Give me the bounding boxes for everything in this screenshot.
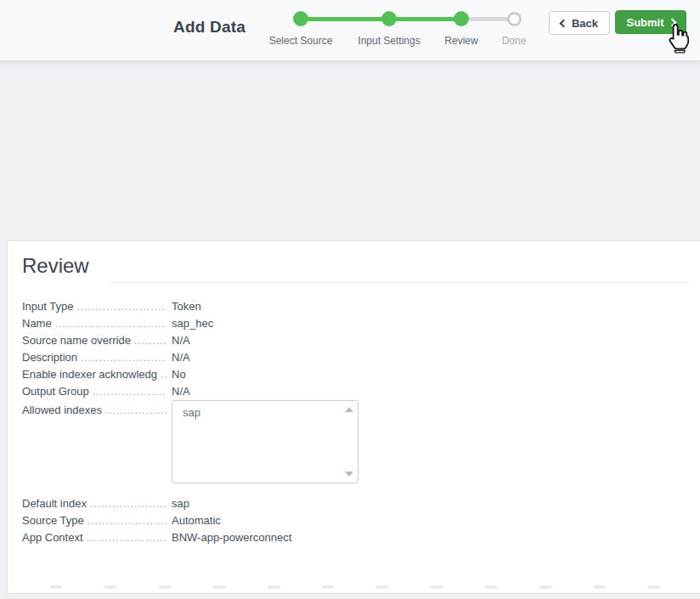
leader-dots [90, 495, 167, 512]
review-row-indexer-acknowledgement: Enable indexer acknowledg No [22, 366, 396, 383]
review-row-app-context: App Context BNW-app-powerconnect [22, 529, 396, 546]
row-value: N/A [172, 383, 190, 400]
row-label: Source Type [22, 512, 84, 529]
submit-button[interactable]: Submit [615, 10, 686, 34]
allowed-indexes-box[interactable]: sap [172, 400, 358, 483]
review-row-source-type: Source Type Automatic [22, 512, 396, 529]
review-row-name: Name sap_hec [22, 315, 396, 332]
row-label: Source name override [22, 332, 131, 349]
review-row-description: Description N/A [22, 349, 396, 366]
row-label: App Context [22, 529, 83, 546]
leader-dots [134, 332, 167, 349]
review-panel: Review Input Type Token Name sap_hec Sou… [7, 240, 700, 594]
row-label: Allowed indexes [22, 402, 102, 419]
row-value: No [172, 366, 186, 383]
row-value: sap_hec [172, 315, 213, 332]
leader-dots [93, 383, 167, 400]
step-label-select-source: Select Source [269, 35, 333, 47]
step-dot-review [454, 11, 469, 26]
heading-rule [110, 282, 690, 283]
stepper-connector-1 [301, 17, 389, 21]
leader-dots [81, 349, 167, 366]
row-value: N/A [172, 349, 190, 366]
leader-dots [161, 366, 167, 383]
step-dot-input-settings [381, 11, 397, 26]
row-value: Automatic [172, 512, 221, 529]
review-heading: Review [22, 253, 700, 279]
review-row-default-index: Default index sap [22, 495, 396, 512]
scroll-up-icon[interactable] [345, 407, 353, 412]
allowed-indexes-value: sap [172, 401, 358, 420]
back-button[interactable]: Back [549, 11, 610, 35]
step-dot-done [507, 12, 522, 26]
review-row-source-name-override: Source name override N/A [22, 332, 396, 349]
row-value: Token [172, 298, 201, 315]
row-value: BNW-app-powerconnect [172, 529, 291, 546]
wizard-header: Add Data Select Source Input Settings Re… [0, 0, 700, 61]
row-value: N/A [172, 332, 190, 349]
submit-button-label: Submit [626, 16, 663, 29]
chevron-right-icon [668, 19, 676, 27]
row-label: Input Type [22, 298, 73, 315]
review-row-input-type: Input Type Token [22, 298, 396, 315]
step-dot-select-source [293, 11, 308, 26]
step-label-review: Review [444, 35, 477, 47]
row-label: Description [22, 349, 77, 366]
row-label: Name [22, 315, 52, 332]
step-label-input-settings: Input Settings [358, 35, 420, 47]
row-label: Enable indexer acknowledg [22, 366, 157, 383]
row-value: sap [172, 495, 189, 512]
footer-dashes [8, 585, 700, 589]
back-button-label: Back [572, 17, 598, 30]
stepper-connector-2 [389, 17, 461, 21]
review-rows: Input Type Token Name sap_hec Source nam… [22, 298, 396, 546]
stepper-connector-3 [461, 17, 514, 21]
leader-dots [55, 315, 167, 332]
page-title: Add Data [173, 18, 246, 37]
chevron-left-icon [560, 20, 568, 28]
row-label: Output Group [22, 383, 89, 400]
step-label-done: Done [502, 35, 527, 47]
review-row-output-group: Output Group N/A [22, 383, 396, 400]
leader-dots [87, 529, 167, 546]
leader-dots [88, 512, 167, 529]
leader-dots [105, 402, 167, 419]
scroll-down-icon[interactable] [345, 472, 353, 477]
review-row-allowed-indexes: Allowed indexes sap [22, 400, 396, 483]
rows-gap [22, 483, 396, 495]
row-label: Default index [22, 495, 87, 512]
leader-dots [76, 298, 167, 315]
